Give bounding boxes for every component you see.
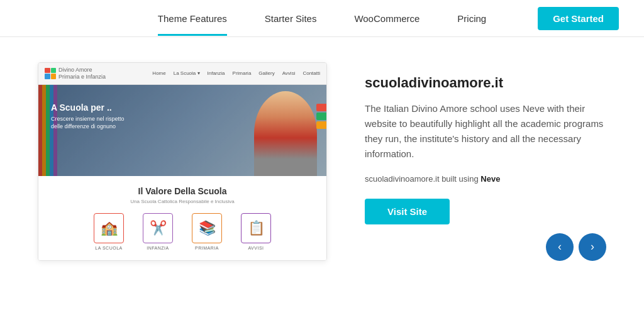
side-btn-2 (316, 113, 326, 120)
site-icons-row: 🏫 LA SCUOLA ✂️ INFANZIA 📚 PRIMARIA (48, 213, 316, 250)
icon-item-avvisi: 📋 AVVISI (234, 213, 278, 250)
site-info-panel: scuoladivinoamore.it The Italian Divino … (365, 62, 606, 224)
site-title: scuoladivinoamore.it (365, 75, 606, 91)
prev-arrow-button[interactable]: ‹ (546, 233, 574, 261)
site-hero: A Scuola per .. Crescere insieme nel ris… (38, 85, 326, 176)
site-body-title: Il Valore Della Scuola (48, 186, 316, 196)
infanzia-icon: ✂️ (150, 220, 167, 236)
nav-item-pricing[interactable]: Pricing (457, 2, 486, 35)
navigation-bar: Theme Features Starter Sites WooCommerce… (0, 0, 644, 37)
visit-site-button[interactable]: Visit Site (365, 199, 450, 224)
avvisi-label: AVVISI (248, 246, 264, 250)
nav-arrows: ‹ › (546, 233, 606, 261)
icon-box-avvisi: 📋 (241, 213, 271, 243)
icon-box-infanzia: ✂️ (143, 213, 173, 243)
browser-chrome: Divino Amore Primaria e Infanzia Home La… (38, 63, 326, 85)
primaria-icon: 📚 (199, 220, 216, 236)
browser-site-title: Divino Amore Primaria e Infanzia (58, 67, 106, 80)
hero-subtext: Crescere insieme nel rispettodelle diffe… (51, 115, 125, 131)
logo-square-orange (51, 74, 57, 79)
logo-square-blue (45, 74, 50, 79)
hero-heading: A Scuola per .. (51, 102, 125, 113)
nav-item-theme-features[interactable]: Theme Features (158, 2, 227, 35)
site-url-link[interactable]: scuoladivinoamore.it (365, 174, 440, 184)
primaria-label: PRIMARIA (195, 246, 219, 250)
get-started-button[interactable]: Get Started (538, 7, 619, 30)
side-btn-1 (316, 104, 326, 111)
next-arrow-button[interactable]: › (579, 233, 606, 261)
avvisi-icon: 📋 (248, 220, 265, 236)
icon-box-primaria: 📚 (192, 213, 222, 243)
site-logo: Divino Amore Primaria e Infanzia (45, 67, 106, 80)
nav-items: Theme Features Starter Sites WooCommerce… (158, 2, 486, 35)
browser-nav-links: Home La Scuola ▾ Infanzia Primaria Galle… (152, 70, 320, 76)
built-using-text: built using (440, 174, 481, 184)
icon-item-scuola: 🏫 LA SCUOLA (87, 213, 131, 250)
icon-item-infanzia: ✂️ INFANZIA (136, 213, 180, 250)
side-buttons (316, 104, 326, 129)
logo-squares (45, 68, 56, 79)
site-link-line: scuoladivinoamore.it built using Neve (365, 174, 606, 184)
scuola-label: LA SCUOLA (95, 246, 122, 250)
logo-square-red (45, 68, 50, 74)
main-content: Divino Amore Primaria e Infanzia Home La… (0, 37, 644, 286)
infanzia-label: INFANZIA (147, 246, 169, 250)
site-description: The Italian Divino Amore school uses Nev… (365, 101, 606, 162)
nav-item-woocommerce[interactable]: WooCommerce (354, 2, 419, 35)
neve-link[interactable]: Neve (480, 174, 500, 184)
side-btn-3 (316, 121, 326, 129)
site-preview: Divino Amore Primaria e Infanzia Home La… (38, 62, 327, 261)
site-body: Il Valore Della Scuola Una Scuola Cattol… (38, 176, 326, 260)
hero-text: A Scuola per .. Crescere insieme nel ris… (51, 102, 125, 131)
hero-image (254, 91, 317, 176)
nav-item-starter-sites[interactable]: Starter Sites (265, 2, 317, 35)
icon-box-scuola: 🏫 (94, 213, 124, 243)
site-body-subtitle: Una Scuola Cattolica Responsabile e Incl… (48, 199, 316, 204)
scuola-icon: 🏫 (101, 220, 118, 236)
logo-square-green (51, 68, 57, 74)
icon-item-primaria: 📚 PRIMARIA (185, 213, 229, 250)
